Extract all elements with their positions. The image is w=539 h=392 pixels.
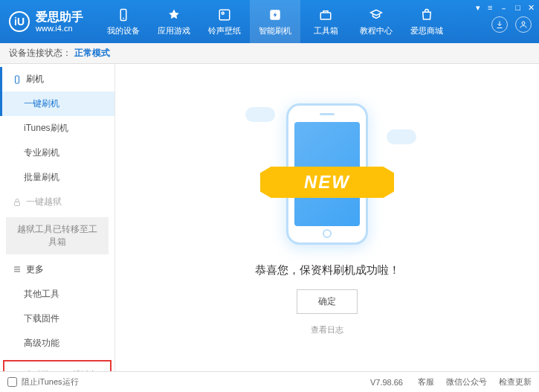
svg-point-3 — [222, 12, 224, 14]
app-header: iU 爱思助手 www.i4.cn 我的设备 应用游戏 铃声壁纸 智能刷机 工具… — [0, 0, 539, 43]
svg-rect-8 — [15, 202, 20, 205]
svg-rect-7 — [16, 76, 19, 83]
tab-tutorial[interactable]: 教程中心 — [351, 0, 401, 43]
sidebar-item-pro[interactable]: 专业刷机 — [0, 141, 114, 165]
sidebar-item-batch[interactable]: 批量刷机 — [0, 165, 114, 190]
maximize-icon[interactable]: □ — [515, 3, 520, 14]
user-button[interactable] — [515, 16, 532, 33]
footer-link-wechat[interactable]: 微信公众号 — [446, 376, 487, 388]
success-message: 恭喜您，保资料刷机成功啦！ — [255, 263, 400, 277]
confirm-button[interactable]: 确定 — [297, 289, 358, 314]
wallpaper-icon — [217, 7, 232, 22]
app-title: 爱思助手 — [36, 10, 83, 24]
logo-icon: iU — [9, 11, 30, 32]
nav-tabs: 我的设备 应用游戏 铃声壁纸 智能刷机 工具箱 教程中心 爱思商城 — [98, 0, 452, 43]
status-mode: 正常模式 — [74, 47, 110, 60]
flash-icon — [268, 7, 283, 22]
apps-icon — [167, 7, 181, 22]
tab-store[interactable]: 爱思商城 — [401, 0, 452, 43]
store-icon — [419, 7, 434, 22]
sidebar: 刷机 一键刷机 iTunes刷机 专业刷机 批量刷机 一键越狱 越狱工具已转移至… — [0, 64, 115, 371]
status-bar: 设备连接状态： 正常模式 — [0, 43, 539, 64]
phone-illustration: NEW — [275, 100, 379, 248]
menu-icon[interactable]: ▾ — [476, 3, 480, 14]
sidebar-item-advanced[interactable]: 高级功能 — [0, 331, 114, 356]
status-label: 设备连接状态： — [9, 47, 71, 60]
tab-flash[interactable]: 智能刷机 — [250, 0, 300, 43]
svg-rect-5 — [320, 13, 331, 19]
sidebar-header-more[interactable]: 更多 — [0, 257, 114, 282]
tab-apps[interactable]: 应用游戏 — [149, 0, 199, 43]
tab-toolbox[interactable]: 工具箱 — [300, 0, 351, 43]
logo-area: iU 爱思助手 www.i4.cn — [0, 10, 92, 33]
sidebar-header-jailbreak: 一键越狱 — [0, 190, 114, 214]
block-itunes-label: 阻止iTunes运行 — [22, 376, 79, 388]
close-icon[interactable]: ✕ — [528, 3, 535, 14]
sidebar-jailbreak-note: 越狱工具已转移至工具箱 — [6, 217, 109, 254]
sidebar-header-flash[interactable]: 刷机 — [0, 67, 114, 91]
footer-link-support[interactable]: 客服 — [418, 376, 434, 388]
minimize-icon[interactable]: － — [500, 3, 508, 14]
main-content: NEW 恭喜您，保资料刷机成功啦！ 确定 查看日志 — [115, 64, 539, 371]
cloud-decoration — [245, 107, 275, 122]
list-icon — [13, 265, 22, 274]
block-itunes-checkbox[interactable] — [7, 377, 17, 387]
checkbox-auto-activate[interactable]: 自动激活 — [13, 369, 54, 371]
device-icon — [116, 7, 131, 22]
sidebar-item-download[interactable]: 下载固件 — [0, 306, 114, 331]
tab-mydevice[interactable]: 我的设备 — [98, 0, 149, 43]
svg-rect-2 — [219, 10, 230, 20]
view-log-link[interactable]: 查看日志 — [311, 324, 343, 335]
app-url: www.i4.cn — [36, 24, 83, 33]
toolbox-icon — [318, 7, 333, 22]
sidebar-item-onekey[interactable]: 一键刷机 — [0, 91, 114, 116]
tab-ringtones[interactable]: 铃声壁纸 — [199, 0, 250, 43]
download-button[interactable] — [491, 16, 508, 33]
version-label: V7.98.66 — [370, 378, 403, 387]
footer: 阻止iTunes运行 V7.98.66 客服 微信公众号 检查更新 — [0, 371, 539, 392]
phone-icon — [13, 75, 22, 84]
svg-point-6 — [522, 22, 525, 25]
lock-icon — [13, 198, 22, 207]
window-controls: ▾ ≡ － □ ✕ — [476, 3, 535, 14]
settings-icon[interactable]: ≡ — [488, 3, 492, 14]
cloud-decoration — [387, 129, 416, 144]
checkbox-highlight-box: 自动激活 跳过向导 — [3, 360, 112, 371]
tutorial-icon — [369, 7, 384, 22]
footer-link-update[interactable]: 检查更新 — [499, 376, 532, 388]
sidebar-item-other[interactable]: 其他工具 — [0, 282, 114, 306]
new-ribbon: NEW — [260, 167, 394, 198]
checkbox-skip-wizard[interactable]: 跳过向导 — [61, 369, 101, 371]
sidebar-item-itunes[interactable]: iTunes刷机 — [0, 116, 114, 141]
